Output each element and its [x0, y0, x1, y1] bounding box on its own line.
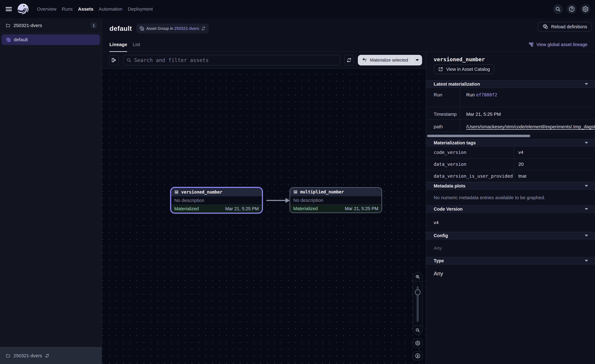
search-button[interactable]	[553, 4, 563, 14]
chevron-down-icon	[585, 83, 588, 85]
run-link[interactable]: Run ef7800f2	[460, 88, 595, 107]
asset-group-badge-link[interactable]: 250321-dvers	[174, 26, 199, 31]
zoom-out-icon	[415, 328, 420, 333]
expand-panel-icon	[111, 57, 117, 63]
refresh-icon	[346, 57, 352, 63]
folder-icon	[6, 353, 10, 358]
asset-node-versioned-number[interactable]: versioned_number No description Material…	[170, 187, 263, 214]
asset-node-header: multiplied_number	[290, 188, 382, 196]
chevron-down-icon	[585, 142, 588, 144]
asset-group-icon	[6, 37, 11, 42]
chevron-down-icon	[585, 208, 588, 210]
section-metadata-plots[interactable]: Metadata plots	[426, 182, 595, 190]
materialization-tags-table: code_version v4 data_version 20 data_ver…	[426, 147, 595, 182]
nav-item-deployment[interactable]: Deployment	[128, 7, 153, 12]
code-version-value: v4	[426, 213, 595, 232]
tab-lineage[interactable]: Lineage	[109, 42, 127, 52]
sidebar-item-default[interactable]: default	[1, 34, 100, 45]
zoom-slider-knob[interactable]	[415, 289, 421, 295]
table-row-key: Timestamp	[426, 107, 460, 120]
view-in-asset-catalog-button[interactable]: View in Asset Catalog	[434, 64, 494, 74]
tag-value: 20	[514, 158, 595, 170]
table-icon	[293, 190, 298, 194]
settings-button[interactable]	[581, 4, 590, 14]
chevron-down-icon	[416, 59, 419, 61]
table-row-key: path	[426, 120, 460, 132]
asset-node-description: No description	[290, 196, 382, 205]
config-value: Any	[426, 239, 595, 257]
path-link[interactable]: /Users/smackesey/stm/code/elementl/exper…	[460, 120, 595, 132]
search-icon	[126, 57, 132, 63]
zoom-controls	[413, 272, 423, 361]
sidebar-footer[interactable]: 250321-dvers	[0, 347, 102, 364]
materialize-selected-main[interactable]: Materialize selected	[358, 55, 412, 65]
nav-item-automation[interactable]: Automation	[99, 7, 122, 12]
asset-node-timestamp: Mar 21, 5:25 PM	[345, 206, 378, 211]
tag-key: data_version	[426, 158, 514, 170]
sidebar-group-count-badge: 1	[91, 22, 97, 29]
nav-item-assets[interactable]: Assets	[78, 7, 93, 12]
asset-node-timestamp: Mar 21, 5:25 PM	[225, 206, 259, 211]
type-value: Any	[426, 265, 595, 283]
expand-panel-button[interactable]	[109, 55, 119, 65]
asset-group-icon	[139, 26, 144, 31]
asset-node-footer: Materialized Mar 21, 5:25 PM	[171, 205, 262, 213]
sidebar-item-label: default	[14, 37, 28, 42]
lineage-canvas[interactable]: versioned_number No description Material…	[102, 69, 426, 364]
refresh-icon[interactable]	[45, 353, 50, 358]
materialize-dropdown-button[interactable]	[412, 55, 422, 65]
refresh-icon[interactable]	[201, 26, 206, 31]
sidebar-group-name: 250321-dvers	[14, 23, 91, 28]
graph-pane: Materialize selected	[102, 52, 426, 364]
latest-materialization-table: Run Run ef7800f2 Timestamp Mar 21, 5:25 …	[426, 88, 595, 132]
sidebar-footer-name: 250321-dvers	[14, 353, 42, 358]
sidebar-items: default	[0, 33, 102, 347]
zoom-out-button[interactable]	[413, 326, 422, 335]
view-global-asset-lineage-link[interactable]: View global asset lineage	[529, 42, 588, 47]
chevron-down-icon	[585, 185, 588, 187]
sidebar-group-row[interactable]: 250321-dvers 1	[0, 18, 102, 33]
hamburger-menu-icon[interactable]	[6, 7, 12, 11]
asset-search-input[interactable]	[134, 57, 337, 63]
tag-key: code_version	[426, 147, 514, 158]
metadata-plots-empty-text: No numeric metadata entries available to…	[426, 190, 595, 205]
nav-item-overview[interactable]: Overview	[37, 7, 57, 12]
help-button[interactable]	[567, 4, 577, 14]
dagster-logo[interactable]	[17, 3, 29, 15]
zoom-in-button[interactable]	[413, 273, 422, 281]
nav-actions	[553, 4, 590, 14]
folder-icon	[6, 23, 10, 28]
asset-group-badge-text: Asset Group in 250321-dvers	[146, 26, 199, 31]
table-row-key: Run	[426, 88, 460, 107]
section-config[interactable]: Config	[426, 232, 595, 239]
tag-value: v4	[514, 147, 595, 158]
graph-settings-button[interactable]	[413, 338, 423, 348]
horizontal-scrollbar[interactable]	[427, 135, 530, 137]
asset-search-box	[123, 55, 340, 65]
asset-node-multiplied-number[interactable]: multiplied_number No description Materia…	[290, 187, 382, 213]
tag-key: data_version_is_user_provided	[426, 170, 514, 182]
materialize-selected-button[interactable]: Materialize selected	[358, 55, 422, 65]
asset-node-status: Materialized	[174, 206, 199, 211]
asset-group-badge[interactable]: Asset Group in 250321-dvers	[136, 24, 209, 33]
asset-node-status: Materialized	[293, 206, 318, 211]
nav-item-runs[interactable]: Runs	[62, 7, 73, 12]
reload-definitions-button[interactable]: Reload definitions	[538, 22, 592, 32]
main-area: default Asset Group in 250321-dvers Relo…	[102, 18, 595, 364]
tab-list[interactable]: List	[133, 42, 140, 52]
refresh-graph-button[interactable]	[344, 55, 354, 65]
tag-value: true	[514, 170, 595, 182]
download-image-button[interactable]	[413, 351, 423, 361]
asset-node-header: versioned_number	[171, 188, 262, 196]
asset-node-footer: Materialized Mar 21, 5:25 PM	[290, 205, 382, 212]
section-latest-materialization[interactable]: Latest materialization	[426, 80, 595, 88]
sparkle-icon	[361, 57, 368, 63]
download-icon	[415, 353, 421, 359]
panel-asset-title: versioned_number	[426, 52, 595, 63]
page-header: default Asset Group in 250321-dvers Relo…	[102, 18, 595, 52]
section-materialization-tags[interactable]: Materialization tags	[426, 139, 595, 147]
top-nav: Overview Runs Assets Automation Deployme…	[0, 0, 595, 18]
section-type[interactable]: Type	[426, 257, 595, 265]
zoom-slider[interactable]	[413, 281, 422, 326]
section-code-version[interactable]: Code Version	[426, 205, 595, 213]
